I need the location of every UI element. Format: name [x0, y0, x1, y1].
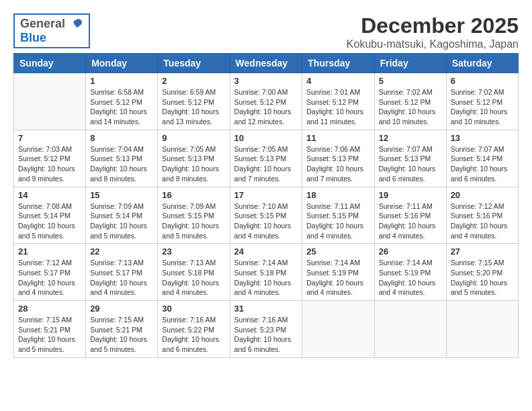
day-number: 19	[379, 190, 442, 200]
table-row: 31 Sunrise: 7:16 AM Sunset: 5:23 PM Dayl…	[230, 301, 302, 358]
daylight-text: Daylight: 10 hours and 4 minutes.	[234, 279, 292, 297]
day-info: Sunrise: 7:14 AM Sunset: 5:18 PM Dayligh…	[234, 258, 298, 298]
daylight-text: Daylight: 10 hours and 11 minutes.	[306, 107, 363, 126]
daylight-text: Daylight: 10 hours and 5 minutes.	[90, 335, 147, 353]
daylight-text: Daylight: 10 hours and 13 minutes.	[162, 107, 219, 126]
table-row: 30 Sunrise: 7:16 AM Sunset: 5:22 PM Dayl…	[158, 301, 230, 358]
day-info: Sunrise: 7:04 AM Sunset: 5:13 PM Dayligh…	[90, 144, 153, 184]
sunset-text: Sunset: 5:21 PM	[90, 326, 142, 334]
day-info: Sunrise: 7:07 AM Sunset: 5:14 PM Dayligh…	[451, 144, 514, 184]
daylight-text: Daylight: 10 hours and 5 minutes.	[451, 279, 508, 297]
sunrise-text: Sunrise: 6:58 AM	[90, 88, 144, 96]
sunrise-text: Sunrise: 7:13 AM	[90, 259, 144, 267]
day-info: Sunrise: 7:10 AM Sunset: 5:15 PM Dayligh…	[234, 201, 298, 241]
calendar-week-row: 14 Sunrise: 7:08 AM Sunset: 5:14 PM Dayl…	[14, 187, 519, 244]
table-row: 3 Sunrise: 7:00 AM Sunset: 5:12 PM Dayli…	[230, 73, 302, 130]
daylight-text: Daylight: 10 hours and 4 minutes.	[379, 279, 436, 297]
day-number: 25	[306, 246, 369, 257]
sunset-text: Sunset: 5:13 PM	[379, 154, 431, 163]
sunset-text: Sunset: 5:16 PM	[451, 212, 503, 220]
daylight-text: Daylight: 10 hours and 4 minutes.	[162, 279, 219, 297]
day-number: 10	[234, 133, 298, 143]
day-number: 6	[451, 76, 514, 86]
day-info: Sunrise: 7:15 AM Sunset: 5:21 PM Dayligh…	[90, 315, 153, 355]
sunset-text: Sunset: 5:13 PM	[162, 154, 214, 163]
sunrise-text: Sunrise: 7:03 AM	[18, 145, 72, 153]
daylight-text: Daylight: 10 hours and 4 minutes.	[451, 222, 508, 240]
table-row: 28 Sunrise: 7:15 AM Sunset: 5:21 PM Dayl…	[14, 301, 86, 358]
day-number: 3	[234, 76, 298, 86]
sunrise-text: Sunrise: 7:10 AM	[234, 202, 288, 210]
sunrise-text: Sunrise: 7:09 AM	[162, 202, 216, 210]
table-row: 17 Sunrise: 7:10 AM Sunset: 5:15 PM Dayl…	[230, 187, 302, 244]
sunrise-text: Sunrise: 7:12 AM	[18, 259, 72, 267]
calendar-week-row: 7 Sunrise: 7:03 AM Sunset: 5:12 PM Dayli…	[14, 130, 519, 187]
day-number: 2	[162, 76, 225, 86]
day-info: Sunrise: 7:11 AM Sunset: 5:15 PM Dayligh…	[306, 201, 369, 241]
day-number: 7	[18, 133, 81, 143]
sunrise-text: Sunrise: 7:16 AM	[162, 316, 216, 324]
day-info: Sunrise: 7:12 AM Sunset: 5:16 PM Dayligh…	[451, 201, 514, 241]
daylight-text: Daylight: 10 hours and 7 minutes.	[306, 165, 363, 183]
header-monday: Monday	[86, 54, 158, 73]
sunset-text: Sunset: 5:12 PM	[306, 98, 359, 106]
day-number: 27	[451, 246, 514, 257]
table-row: 24 Sunrise: 7:14 AM Sunset: 5:18 PM Dayl…	[230, 244, 302, 301]
table-row: 9 Sunrise: 7:05 AM Sunset: 5:13 PM Dayli…	[158, 130, 230, 187]
day-number: 30	[162, 304, 225, 314]
sunrise-text: Sunrise: 7:02 AM	[379, 88, 433, 96]
sunset-text: Sunset: 5:12 PM	[18, 154, 71, 163]
daylight-text: Daylight: 10 hours and 5 minutes.	[18, 222, 75, 240]
day-number: 21	[18, 246, 81, 257]
sunset-text: Sunset: 5:21 PM	[18, 326, 71, 334]
day-number: 16	[162, 190, 225, 200]
day-info: Sunrise: 7:03 AM Sunset: 5:12 PM Dayligh…	[18, 144, 81, 184]
header-sunday: Sunday	[14, 54, 86, 73]
day-number: 5	[379, 76, 442, 86]
table-row: 21 Sunrise: 7:12 AM Sunset: 5:17 PM Dayl…	[14, 244, 86, 301]
day-info: Sunrise: 6:58 AM Sunset: 5:12 PM Dayligh…	[90, 87, 153, 127]
sunrise-text: Sunrise: 7:01 AM	[306, 88, 360, 96]
day-number: 31	[234, 304, 298, 314]
sunset-text: Sunset: 5:14 PM	[18, 212, 71, 220]
header-tuesday: Tuesday	[158, 54, 230, 73]
daylight-text: Daylight: 10 hours and 5 minutes.	[90, 222, 147, 240]
sunset-text: Sunset: 5:12 PM	[90, 98, 142, 106]
daylight-text: Daylight: 10 hours and 4 minutes.	[306, 222, 363, 240]
table-row: 15 Sunrise: 7:09 AM Sunset: 5:14 PM Dayl…	[86, 187, 158, 244]
day-number: 23	[162, 246, 225, 257]
sunset-text: Sunset: 5:23 PM	[234, 326, 287, 334]
sunrise-text: Sunrise: 7:14 AM	[234, 259, 288, 267]
day-info: Sunrise: 7:16 AM Sunset: 5:22 PM Dayligh…	[162, 315, 225, 355]
day-info: Sunrise: 7:00 AM Sunset: 5:12 PM Dayligh…	[234, 87, 298, 127]
sunrise-text: Sunrise: 7:11 AM	[379, 202, 433, 210]
sunrise-text: Sunrise: 7:14 AM	[306, 259, 360, 267]
day-info: Sunrise: 6:59 AM Sunset: 5:12 PM Dayligh…	[162, 87, 225, 127]
day-info: Sunrise: 7:09 AM Sunset: 5:15 PM Dayligh…	[162, 201, 225, 241]
table-row: 11 Sunrise: 7:06 AM Sunset: 5:13 PM Dayl…	[302, 130, 374, 187]
day-info: Sunrise: 7:12 AM Sunset: 5:17 PM Dayligh…	[18, 258, 81, 298]
calendar-table: Sunday Monday Tuesday Wednesday Thursday…	[13, 53, 519, 358]
table-row	[446, 301, 518, 358]
table-row: 23 Sunrise: 7:13 AM Sunset: 5:18 PM Dayl…	[158, 244, 230, 301]
logo-blue: Blue	[20, 31, 46, 44]
sunset-text: Sunset: 5:12 PM	[379, 98, 431, 106]
sunrise-text: Sunrise: 7:02 AM	[451, 88, 504, 96]
sunset-text: Sunset: 5:19 PM	[379, 269, 431, 277]
day-info: Sunrise: 7:05 AM Sunset: 5:13 PM Dayligh…	[162, 144, 225, 184]
sunset-text: Sunset: 5:22 PM	[162, 326, 214, 334]
daylight-text: Daylight: 10 hours and 6 minutes.	[379, 165, 436, 183]
day-number: 24	[234, 246, 298, 257]
daylight-text: Daylight: 10 hours and 6 minutes.	[162, 335, 219, 353]
sunset-text: Sunset: 5:20 PM	[451, 269, 503, 277]
sunset-text: Sunset: 5:14 PM	[90, 212, 142, 220]
table-row	[302, 301, 374, 358]
header-thursday: Thursday	[302, 54, 374, 73]
table-row: 10 Sunrise: 7:05 AM Sunset: 5:13 PM Dayl…	[230, 130, 302, 187]
day-info: Sunrise: 7:14 AM Sunset: 5:19 PM Dayligh…	[306, 258, 369, 298]
daylight-text: Daylight: 10 hours and 6 minutes.	[451, 165, 508, 183]
day-info: Sunrise: 7:15 AM Sunset: 5:20 PM Dayligh…	[451, 258, 514, 298]
table-row: 8 Sunrise: 7:04 AM Sunset: 5:13 PM Dayli…	[86, 130, 158, 187]
daylight-text: Daylight: 10 hours and 6 minutes.	[234, 335, 292, 353]
day-info: Sunrise: 7:05 AM Sunset: 5:13 PM Dayligh…	[234, 144, 298, 184]
